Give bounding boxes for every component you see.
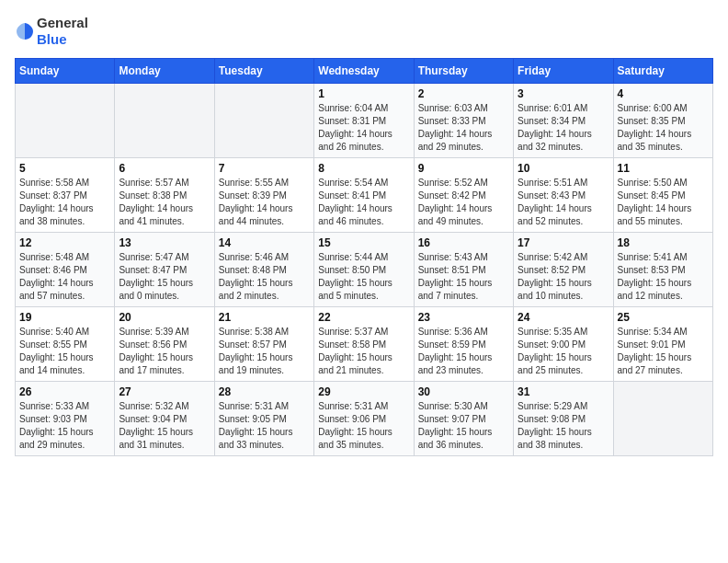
day-number: 29	[318, 385, 409, 398]
header-cell-tuesday: Tuesday	[214, 59, 313, 84]
day-number: 30	[418, 385, 509, 398]
logo-blue: Blue	[37, 31, 67, 47]
day-info: Sunrise: 5:41 AM Sunset: 8:53 PM Dayligh…	[618, 251, 709, 303]
day-info: Sunrise: 5:36 AM Sunset: 8:59 PM Dayligh…	[418, 326, 509, 377]
day-info: Sunrise: 5:31 AM Sunset: 9:06 PM Dayligh…	[318, 400, 409, 452]
day-info: Sunrise: 5:47 AM Sunset: 8:47 PM Dayligh…	[119, 251, 210, 303]
calendar-cell: 29Sunrise: 5:31 AM Sunset: 9:06 PM Dayli…	[314, 382, 414, 456]
calendar-cell: 19Sunrise: 5:40 AM Sunset: 8:55 PM Dayli…	[16, 307, 115, 382]
logo: General Blue	[15, 15, 88, 47]
calendar-cell: 20Sunrise: 5:39 AM Sunset: 8:56 PM Dayli…	[115, 307, 214, 382]
day-info: Sunrise: 6:03 AM Sunset: 8:33 PM Dayligh…	[418, 102, 509, 154]
day-info: Sunrise: 5:43 AM Sunset: 8:51 PM Dayligh…	[418, 251, 509, 303]
day-info: Sunrise: 5:48 AM Sunset: 8:46 PM Dayligh…	[19, 251, 110, 303]
day-info: Sunrise: 6:00 AM Sunset: 8:35 PM Dayligh…	[618, 102, 709, 154]
day-number: 10	[518, 162, 609, 175]
day-info: Sunrise: 5:51 AM Sunset: 8:43 PM Dayligh…	[518, 177, 609, 228]
day-info: Sunrise: 5:29 AM Sunset: 9:08 PM Dayligh…	[518, 400, 609, 452]
logo-general: General	[37, 15, 88, 30]
day-number: 11	[618, 162, 709, 175]
day-info: Sunrise: 5:50 AM Sunset: 8:45 PM Dayligh…	[618, 177, 709, 228]
calendar-cell: 16Sunrise: 5:43 AM Sunset: 8:51 PM Dayli…	[414, 233, 513, 307]
day-info: Sunrise: 6:04 AM Sunset: 8:31 PM Dayligh…	[318, 102, 409, 154]
calendar-cell: 15Sunrise: 5:44 AM Sunset: 8:50 PM Dayli…	[314, 233, 414, 307]
week-row-5: 26Sunrise: 5:33 AM Sunset: 9:03 PM Dayli…	[16, 382, 713, 456]
calendar-cell: 11Sunrise: 5:50 AM Sunset: 8:45 PM Dayli…	[613, 158, 712, 233]
calendar-table: SundayMondayTuesdayWednesdayThursdayFrid…	[15, 58, 713, 456]
day-number: 12	[19, 236, 110, 249]
day-info: Sunrise: 5:33 AM Sunset: 9:03 PM Dayligh…	[19, 400, 110, 452]
day-info: Sunrise: 5:52 AM Sunset: 8:42 PM Dayligh…	[418, 177, 509, 228]
day-number: 28	[219, 385, 310, 398]
day-number: 24	[518, 311, 609, 324]
logo-container: General Blue	[15, 15, 88, 47]
calendar-cell	[16, 84, 115, 158]
calendar-cell: 27Sunrise: 5:32 AM Sunset: 9:04 PM Dayli…	[115, 382, 214, 456]
day-number: 21	[219, 311, 310, 324]
day-number: 5	[19, 162, 110, 175]
calendar-cell: 30Sunrise: 5:30 AM Sunset: 9:07 PM Dayli…	[414, 382, 513, 456]
day-info: Sunrise: 5:54 AM Sunset: 8:41 PM Dayligh…	[318, 177, 409, 228]
calendar-cell: 25Sunrise: 5:34 AM Sunset: 9:01 PM Dayli…	[613, 307, 712, 382]
calendar-cell: 10Sunrise: 5:51 AM Sunset: 8:43 PM Dayli…	[514, 158, 613, 233]
day-number: 14	[219, 236, 310, 249]
day-info: Sunrise: 6:01 AM Sunset: 8:34 PM Dayligh…	[518, 102, 609, 154]
day-number: 2	[418, 87, 509, 100]
day-number: 20	[119, 311, 210, 324]
day-number: 27	[119, 385, 210, 398]
calendar-cell: 21Sunrise: 5:38 AM Sunset: 8:57 PM Dayli…	[214, 307, 313, 382]
calendar-cell: 1Sunrise: 6:04 AM Sunset: 8:31 PM Daylig…	[314, 84, 414, 158]
day-number: 4	[618, 87, 709, 100]
day-number: 18	[618, 236, 709, 249]
day-number: 9	[418, 162, 509, 175]
day-info: Sunrise: 5:42 AM Sunset: 8:52 PM Dayligh…	[518, 251, 609, 303]
calendar-cell: 31Sunrise: 5:29 AM Sunset: 9:08 PM Dayli…	[514, 382, 613, 456]
calendar-cell: 28Sunrise: 5:31 AM Sunset: 9:05 PM Dayli…	[214, 382, 313, 456]
day-info: Sunrise: 5:44 AM Sunset: 8:50 PM Dayligh…	[318, 251, 409, 303]
calendar-cell: 4Sunrise: 6:00 AM Sunset: 8:35 PM Daylig…	[613, 84, 712, 158]
calendar-cell: 18Sunrise: 5:41 AM Sunset: 8:53 PM Dayli…	[613, 233, 712, 307]
day-number: 16	[418, 236, 509, 249]
day-info: Sunrise: 5:37 AM Sunset: 8:58 PM Dayligh…	[318, 326, 409, 377]
day-number: 17	[518, 236, 609, 249]
day-info: Sunrise: 5:38 AM Sunset: 8:57 PM Dayligh…	[219, 326, 310, 377]
calendar-cell: 23Sunrise: 5:36 AM Sunset: 8:59 PM Dayli…	[414, 307, 513, 382]
calendar-cell	[115, 84, 214, 158]
day-info: Sunrise: 5:46 AM Sunset: 8:48 PM Dayligh…	[219, 251, 310, 303]
week-row-1: 1Sunrise: 6:04 AM Sunset: 8:31 PM Daylig…	[16, 84, 713, 158]
day-info: Sunrise: 5:57 AM Sunset: 8:38 PM Dayligh…	[119, 177, 210, 228]
logo-bird-icon	[15, 21, 35, 41]
calendar-cell: 8Sunrise: 5:54 AM Sunset: 8:41 PM Daylig…	[314, 158, 414, 233]
day-info: Sunrise: 5:30 AM Sunset: 9:07 PM Dayligh…	[418, 400, 509, 452]
day-info: Sunrise: 5:32 AM Sunset: 9:04 PM Dayligh…	[119, 400, 210, 452]
header-cell-thursday: Thursday	[414, 59, 513, 84]
calendar-cell	[613, 382, 712, 456]
day-info: Sunrise: 5:31 AM Sunset: 9:05 PM Dayligh…	[219, 400, 310, 452]
calendar-cell	[214, 84, 313, 158]
calendar-cell: 12Sunrise: 5:48 AM Sunset: 8:46 PM Dayli…	[16, 233, 115, 307]
calendar-cell: 24Sunrise: 5:35 AM Sunset: 9:00 PM Dayli…	[514, 307, 613, 382]
header-cell-sunday: Sunday	[16, 59, 115, 84]
day-number: 1	[318, 87, 409, 100]
header-cell-wednesday: Wednesday	[314, 59, 414, 84]
header-cell-monday: Monday	[115, 59, 214, 84]
calendar-cell: 5Sunrise: 5:58 AM Sunset: 8:37 PM Daylig…	[16, 158, 115, 233]
day-number: 7	[219, 162, 310, 175]
calendar-cell: 22Sunrise: 5:37 AM Sunset: 8:58 PM Dayli…	[314, 307, 414, 382]
day-info: Sunrise: 5:34 AM Sunset: 9:01 PM Dayligh…	[618, 326, 709, 377]
day-number: 3	[518, 87, 609, 100]
calendar-cell: 3Sunrise: 6:01 AM Sunset: 8:34 PM Daylig…	[514, 84, 613, 158]
day-number: 8	[318, 162, 409, 175]
header-row: SundayMondayTuesdayWednesdayThursdayFrid…	[16, 59, 713, 84]
day-number: 6	[119, 162, 210, 175]
day-number: 26	[19, 385, 110, 398]
day-info: Sunrise: 5:39 AM Sunset: 8:56 PM Dayligh…	[119, 326, 210, 377]
day-number: 23	[418, 311, 509, 324]
week-row-4: 19Sunrise: 5:40 AM Sunset: 8:55 PM Dayli…	[16, 307, 713, 382]
day-info: Sunrise: 5:55 AM Sunset: 8:39 PM Dayligh…	[219, 177, 310, 228]
calendar-cell: 2Sunrise: 6:03 AM Sunset: 8:33 PM Daylig…	[414, 84, 513, 158]
calendar-cell: 9Sunrise: 5:52 AM Sunset: 8:42 PM Daylig…	[414, 158, 513, 233]
day-number: 31	[518, 385, 609, 398]
calendar-body: 1Sunrise: 6:04 AM Sunset: 8:31 PM Daylig…	[16, 84, 713, 456]
calendar-cell: 13Sunrise: 5:47 AM Sunset: 8:47 PM Dayli…	[115, 233, 214, 307]
